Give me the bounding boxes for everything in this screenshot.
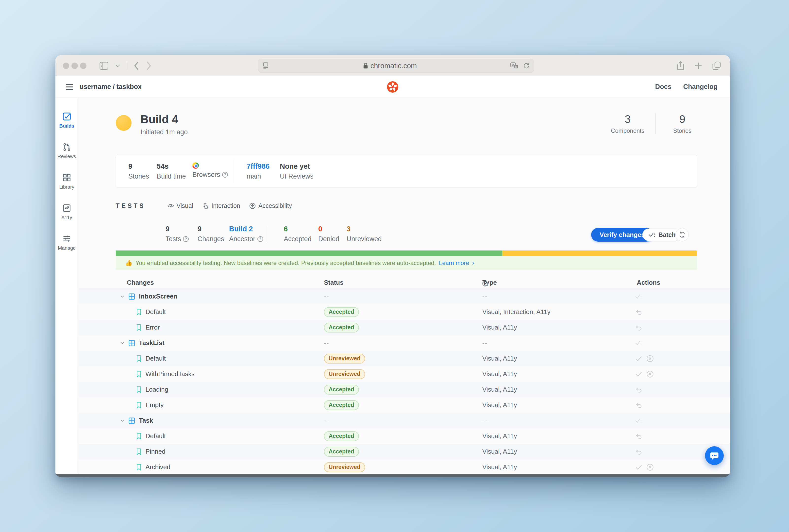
bookmark-icon (136, 308, 142, 316)
batch-accept-icon[interactable] (635, 293, 642, 300)
new-tab-icon[interactable] (694, 62, 702, 70)
reader-icon[interactable] (262, 61, 269, 70)
chevron-down-icon[interactable] (120, 419, 125, 422)
sidebar-item-library[interactable]: Library (59, 173, 74, 190)
translate-icon[interactable]: A文 (510, 62, 519, 70)
accept-icon[interactable] (635, 464, 642, 470)
changelog-link[interactable]: Changelog (683, 83, 718, 91)
sidebar-toggle-icon[interactable] (99, 61, 109, 70)
summary-stat-browsers: Browsers? (192, 162, 228, 178)
zoom-button[interactable] (80, 62, 87, 69)
help-icon[interactable]: ? (183, 236, 189, 242)
sidebar-item-a11y[interactable]: A11y (61, 204, 72, 221)
filter-accessibility[interactable]: Accessibility (249, 202, 292, 209)
story-name: Archived (146, 463, 170, 471)
undo-icon[interactable] (635, 387, 642, 393)
component-row[interactable]: Task---- (78, 413, 730, 428)
undo-icon[interactable] (635, 433, 642, 439)
main-content: Build 4 Initiated 1m ago 3 Components 9 … (78, 98, 730, 474)
story-row[interactable]: ErrorAcceptedVisual, A11y (78, 320, 730, 335)
undo-icon[interactable] (635, 449, 642, 455)
test-stat-ancestor[interactable]: Build 2Ancestor? (229, 225, 263, 243)
column-header-actions: Actions (637, 279, 660, 286)
accept-icon[interactable] (635, 356, 642, 362)
back-icon[interactable] (133, 61, 139, 71)
chromatic-logo[interactable] (387, 81, 398, 93)
component-icon (128, 417, 135, 424)
learn-more-link[interactable]: Learn more (439, 260, 469, 266)
help-icon[interactable]: ? (482, 281, 488, 286)
status-empty: -- (324, 292, 329, 300)
sidebar-item-label: A11y (61, 215, 72, 221)
build-subtitle: Initiated 1m ago (140, 128, 188, 136)
story-row[interactable]: EmptyAcceptedVisual, A11y (78, 397, 730, 413)
chat-button[interactable] (705, 446, 724, 465)
chrome-icon (192, 162, 199, 169)
traffic-lights (63, 62, 87, 69)
undo-icon[interactable] (635, 402, 642, 408)
row-actions (635, 304, 642, 320)
status-badge: Unreviewed (324, 369, 365, 379)
sidebar-item-manage[interactable]: Manage (58, 234, 76, 251)
bookmark-icon (136, 448, 142, 455)
component-row[interactable]: TaskList---- (78, 335, 730, 351)
story-row[interactable]: WithPinnedTasksUnreviewedVisual, A11y (78, 366, 730, 382)
sidebar: BuildsReviewsLibraryA11yManage (55, 98, 78, 474)
close-button[interactable] (63, 62, 69, 69)
deny-icon[interactable] (646, 370, 654, 378)
sidebar-item-label: Manage (58, 245, 76, 251)
batch-accept-icon[interactable] (635, 417, 642, 424)
chevron-down-icon[interactable] (120, 342, 125, 344)
story-row[interactable]: DefaultUnreviewedVisual, A11y (78, 351, 730, 366)
column-header-changes: Changes (127, 279, 154, 286)
accept-icon[interactable] (635, 371, 642, 377)
refresh-button[interactable] (675, 228, 689, 241)
column-header-status: Status (324, 279, 343, 286)
chevron-down-icon[interactable] (120, 295, 125, 298)
test-stat-unreviewed: 3Unreviewed (346, 225, 382, 243)
help-icon[interactable]: ? (258, 236, 263, 242)
help-icon[interactable]: ? (222, 172, 228, 177)
story-row[interactable]: DefaultAcceptedVisual, Interaction, A11y (78, 304, 730, 320)
filter-visual[interactable]: Visual (167, 202, 193, 209)
row-actions (635, 335, 642, 351)
story-row[interactable]: ArchivedUnreviewedVisual, A11y (78, 459, 730, 475)
status-badge: Accepted (324, 431, 359, 441)
accessibility-icon (249, 203, 256, 209)
forward-icon[interactable] (146, 61, 152, 71)
reload-icon[interactable] (523, 62, 530, 70)
progress-accepted (116, 250, 502, 256)
bookmark-icon (136, 355, 142, 362)
minimize-button[interactable] (72, 62, 78, 69)
bookmark-icon (136, 370, 142, 378)
story-row[interactable]: PinnedAcceptedVisual, A11y (78, 444, 730, 459)
menu-icon[interactable] (65, 83, 74, 90)
components-counter: 3 Components (611, 113, 644, 134)
sidebar-item-builds[interactable]: Builds (59, 112, 74, 129)
row-actions (635, 459, 654, 475)
build-summary-card: 9Stories54sBuild timeBrowsers?7fff986mai… (116, 155, 697, 187)
tab-overview-icon[interactable] (712, 61, 721, 70)
deny-icon[interactable] (646, 355, 654, 362)
type-text: Visual, A11y (482, 448, 517, 455)
breadcrumb[interactable]: username / taskbox (79, 83, 142, 91)
story-row[interactable]: DefaultAcceptedVisual, A11y (78, 428, 730, 444)
undo-icon[interactable] (635, 325, 642, 330)
test-stat-tests: 9Tests? (166, 225, 189, 243)
row-actions (635, 320, 642, 335)
filter-interaction[interactable]: Interaction (202, 202, 240, 209)
deny-icon[interactable] (646, 463, 654, 471)
address-bar[interactable]: chromatic.com A文 (258, 59, 534, 73)
browser-window: chromatic.com A文 (55, 55, 730, 477)
summary-stat-main[interactable]: 7fff986main (247, 162, 270, 180)
row-actions (635, 428, 642, 444)
batch-accept-icon[interactable] (635, 340, 642, 346)
share-icon[interactable] (677, 61, 684, 71)
chevron-down-icon[interactable] (115, 64, 120, 68)
story-row[interactable]: LoadingAcceptedVisual, A11y (78, 382, 730, 397)
component-row[interactable]: InboxScreen---- (78, 289, 730, 304)
eye-icon (167, 203, 174, 208)
docs-link[interactable]: Docs (655, 83, 671, 91)
sidebar-item-reviews[interactable]: Reviews (57, 142, 76, 159)
undo-icon[interactable] (635, 309, 642, 315)
